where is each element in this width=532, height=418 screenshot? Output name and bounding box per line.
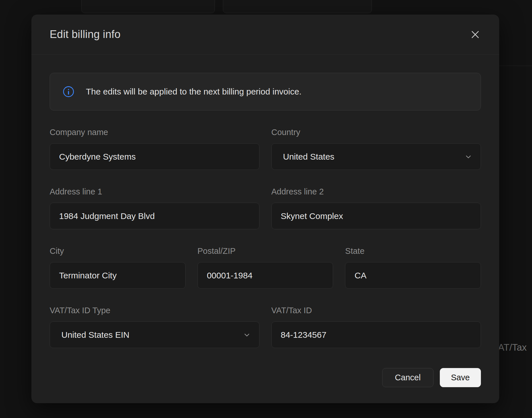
field-company-name: Company name (50, 128, 259, 170)
background-card (81, 0, 215, 13)
chevron-down-icon (243, 331, 251, 339)
field-country: Country United States (271, 128, 481, 170)
background-card (223, 0, 372, 13)
company-name-label: Company name (50, 128, 259, 137)
field-city: City (50, 246, 186, 289)
country-select[interactable]: United States (271, 143, 481, 170)
info-banner-text: The edits will be applied to the next bi… (86, 87, 301, 97)
city-label: City (50, 246, 186, 256)
field-address-line-1: Address line 1 (50, 187, 259, 229)
address-line-1-input[interactable] (50, 203, 259, 229)
postal-zip-input[interactable] (198, 262, 333, 289)
vat-tax-id-type-select[interactable]: United States EIN (50, 321, 259, 348)
country-label: Country (271, 128, 481, 137)
close-icon (470, 30, 480, 39)
field-postal-zip: Postal/ZIP (198, 246, 333, 289)
vat-tax-id-input[interactable] (271, 321, 481, 348)
modal-footer: Cancel Save (31, 368, 499, 407)
cancel-button[interactable]: Cancel (382, 368, 434, 387)
info-icon (63, 86, 74, 98)
state-input[interactable] (345, 262, 481, 289)
info-banner: The edits will be applied to the next bi… (50, 73, 481, 110)
field-vat-tax-id-type: VAT/Tax ID Type United States EIN (50, 306, 259, 348)
modal-body: The edits will be applied to the next bi… (31, 55, 499, 348)
close-button[interactable] (468, 27, 483, 42)
field-state: State (345, 246, 481, 289)
state-label: State (345, 246, 481, 256)
address-line-2-input[interactable] (271, 203, 481, 229)
field-address-line-2: Address line 2 (271, 187, 481, 229)
city-input[interactable] (50, 262, 186, 289)
company-name-input[interactable] (50, 143, 259, 170)
background-partial-text: AT/Tax (498, 342, 527, 353)
vat-tax-id-type-label: VAT/Tax ID Type (50, 306, 259, 315)
vat-tax-id-label: VAT/Tax ID (271, 306, 481, 315)
address-line-2-label: Address line 2 (271, 187, 481, 196)
postal-zip-label: Postal/ZIP (198, 246, 333, 256)
field-vat-tax-id: VAT/Tax ID (271, 306, 481, 348)
modal-title: Edit billing info (50, 28, 120, 41)
save-button[interactable]: Save (440, 368, 481, 387)
country-select-value: United States (283, 152, 334, 162)
chevron-down-icon (465, 153, 472, 160)
background-divider (499, 66, 532, 66)
edit-billing-info-modal: Edit billing info The edits will be appl… (31, 15, 499, 403)
vat-tax-id-type-select-value: United States EIN (61, 330, 129, 340)
modal-header: Edit billing info (31, 15, 499, 55)
address-line-1-label: Address line 1 (50, 187, 259, 196)
